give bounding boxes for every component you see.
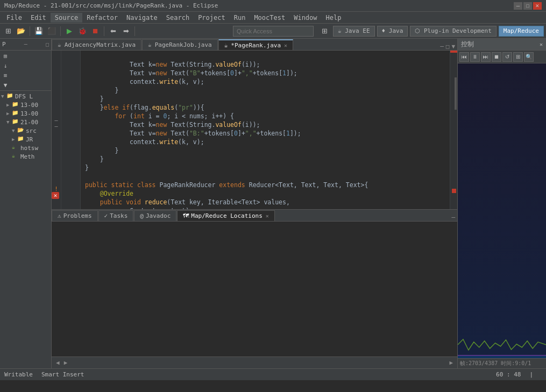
maximize-button[interactable]: □ (523, 2, 532, 10)
sidebar-icon-3[interactable]: ≡ (1, 71, 10, 80)
sidebar-header: P ─ □ (0, 39, 51, 51)
mapreduce-perspective[interactable]: Map/Reduce (499, 26, 544, 37)
bottom-tab-label: Javadoc (146, 212, 171, 219)
tree-item-label: 13-00 (20, 102, 38, 109)
stop-button[interactable]: ⏹ (89, 25, 101, 37)
right-panel-close[interactable]: ✕ (540, 41, 543, 47)
tabs-menu-icon[interactable]: ▼ (451, 43, 455, 50)
plugin-perspective[interactable]: ⬡ Plug-in Development (410, 26, 496, 37)
toolbar: ⊞ 📂 💾 ⬛ ▶ 🐞 ⏹ ⬅ ➡ ⊞ ☕ Java EE ♦ Java ⬡ P… (0, 24, 546, 39)
tab-pagerank-job[interactable]: ☕ PageRankJob.java (142, 39, 218, 50)
editor-tabs: ☕ AdjacencyMatrix.java ☕ PageRankJob.jav… (52, 39, 457, 51)
problems-icon: ⚠ (58, 212, 61, 219)
sidebar-icon-4[interactable]: ▼ (1, 81, 10, 89)
rp-btn-5[interactable]: ↺ (502, 52, 512, 62)
menu-help[interactable]: Help (322, 13, 346, 23)
toolbar-right: ⊞ ☕ Java EE ♦ Java ⬡ Plug-in Development… (319, 25, 544, 37)
tabs-minimize-icon[interactable]: ─ (440, 43, 444, 50)
folder-icon: 📂 (17, 127, 25, 134)
tab-label: *PageRank.java (231, 42, 281, 49)
bottom-tabs-bar: ⚠ Problems ✓ Tasks @ Javadoc 🗺 Map/Reduc… (52, 210, 457, 222)
save-button[interactable]: 💾 (33, 25, 45, 37)
rp-btn-2[interactable]: ⏸ (470, 52, 480, 62)
minimize-button[interactable]: ─ (514, 2, 522, 10)
menu-navigate[interactable]: Navigate (122, 13, 162, 23)
menu-source[interactable]: Source (51, 13, 82, 23)
bottom-nav-right[interactable]: ▶ (447, 359, 455, 366)
menu-search[interactable]: Search (162, 13, 194, 23)
menu-window[interactable]: Window (289, 13, 321, 23)
rp-btn-1[interactable]: ⏮ (459, 52, 469, 62)
top-error-marker (450, 51, 457, 53)
sidebar-item-meth[interactable]: ☕ Meth (1, 152, 50, 161)
folder-icon: 📁 (12, 118, 19, 126)
right-panel-footer: 帧:2703/4387 时间:9:0/1 (458, 358, 546, 368)
expand-arrow: ▼ (12, 128, 17, 133)
run-button[interactable]: ▶ (63, 25, 75, 37)
tabs-maximize-icon[interactable]: □ (446, 43, 450, 50)
menu-run[interactable]: Run (230, 13, 250, 23)
bottom-tab-close[interactable]: ✕ (266, 213, 269, 219)
tab-adjacency-matrix[interactable]: ☕ AdjacencyMatrix.java (52, 39, 141, 50)
close-button[interactable]: ✕ (533, 2, 542, 10)
sidebar-minimize-icon[interactable]: ─ (24, 41, 27, 47)
sidebar-item-jr[interactable]: ▶ 📁 JR (1, 135, 50, 144)
sidebar-item-src[interactable]: ▼ 📂 src (1, 126, 50, 135)
sidebar-item-1300b[interactable]: ▶ 📁 13-00 (1, 109, 50, 118)
sidebar-icon-2[interactable]: ↓ (1, 61, 10, 70)
folder-icon: 📁 (12, 110, 19, 117)
rp-btn-4[interactable]: ⏹ (492, 52, 501, 62)
sidebar-item-1300a[interactable]: ▶ 📁 13-00 (1, 101, 50, 109)
java-perspective[interactable]: ♦ Java (377, 26, 408, 37)
rp-btn-6[interactable]: ⊞ (513, 52, 523, 62)
bottom-nav-bar: ◀ ▶ ▶ (52, 357, 457, 368)
new-button[interactable]: ⊞ (2, 25, 14, 37)
perspective-toggle[interactable]: ⊞ (319, 25, 331, 37)
frame-info: 帧:2703/4387 时间:9:0/1 (460, 360, 531, 366)
bottom-tab-tasks[interactable]: ✓ Tasks (98, 210, 134, 221)
code-content[interactable]: Text k=new Text(String.valueOf(i)); Text… (81, 51, 450, 209)
open-button[interactable]: 📂 (15, 25, 27, 37)
main-area: P ─ □ ⊞ ↓ ≡ ▼ ▼ 📁 DFS L ▶ 📁 13-00 ▶ 📁 (0, 39, 546, 368)
current-line-marker (452, 189, 456, 193)
right-error-gutter (450, 51, 457, 209)
warning-marker: ! (52, 186, 61, 192)
javadoc-icon: @ (140, 212, 144, 219)
menu-project[interactable]: Project (194, 13, 230, 23)
sidebar-item-hotsw[interactable]: ☕ hotsw (1, 144, 50, 152)
quick-access-input[interactable] (233, 26, 314, 37)
java-ee-perspective[interactable]: ☕ Java EE (333, 26, 375, 37)
menu-refactor[interactable]: Refactor (82, 13, 122, 23)
sidebar-item-dfs[interactable]: ▼ 📁 DFS L (1, 92, 50, 101)
collapse-marker[interactable]: ─ (52, 118, 61, 124)
save-all-button[interactable]: ⬛ (46, 25, 58, 37)
scrollbar-thumb[interactable] (455, 77, 457, 110)
prev-button[interactable]: ⬅ (107, 25, 119, 37)
tab-pagerank[interactable]: ☕ *PageRank.java ✕ (218, 39, 293, 50)
window-title: Map/Reduce - 21-001/src/com/msj/link/Pag… (4, 2, 514, 9)
sidebar-maximize-icon[interactable]: □ (46, 41, 49, 47)
bottom-panel-minimize[interactable]: ─ (451, 214, 457, 221)
bottom-tab-javadoc[interactable]: @ Javadoc (134, 210, 176, 221)
bottom-tab-problems[interactable]: ⚠ Problems (52, 210, 98, 221)
collapse-marker-2[interactable]: ─ (52, 124, 61, 130)
tree-item-label: hotsw (20, 145, 38, 152)
tab-close-icon[interactable]: ✕ (284, 42, 287, 48)
status-bar: Writable Smart Insert 60 : 48 | (0, 368, 546, 380)
bottom-tab-label: Problems (63, 212, 92, 219)
bottom-tab-mapreduce[interactable]: 🗺 Map/Reduce Locations ✕ (177, 210, 274, 221)
tasks-icon: ✓ (104, 212, 108, 219)
sidebar-item-2100[interactable]: ▼ 📁 21-00 (1, 118, 50, 126)
tabs-controls: ─ □ ▼ (440, 43, 457, 50)
bottom-nav-prev[interactable]: ◀ (54, 359, 62, 366)
expand-arrow: ▼ (1, 94, 6, 99)
rp-btn-7[interactable]: 🔍 (524, 52, 534, 62)
sidebar-icon-1[interactable]: ⊞ (1, 52, 10, 60)
next-button[interactable]: ➡ (120, 25, 132, 37)
menu-mooctest[interactable]: MoocTest (250, 13, 289, 23)
debug-button[interactable]: 🐞 (76, 25, 88, 37)
bottom-nav-next[interactable]: ▶ (62, 359, 70, 366)
rp-btn-3[interactable]: ⏭ (481, 52, 491, 62)
menu-edit[interactable]: Edit (26, 13, 51, 23)
menu-file[interactable]: File (2, 13, 26, 23)
